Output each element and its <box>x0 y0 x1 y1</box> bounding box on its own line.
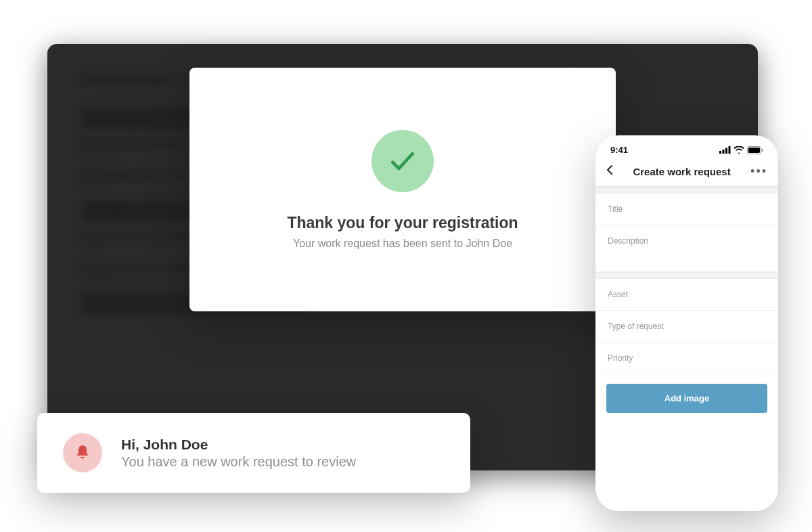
confirmation-subtitle: Your work request has been sent to John … <box>293 238 512 250</box>
priority-field[interactable]: Priority <box>595 342 778 374</box>
phone-status-bar: 9:41 <box>595 135 778 159</box>
confirmation-title: Thank you for your registration <box>287 214 518 232</box>
notification-greeting: Hi, John Doe <box>121 437 356 453</box>
more-options-button[interactable]: ••• <box>750 165 767 177</box>
divider <box>595 272 778 279</box>
phone-mockup: 9:41 Create work request ••• Title Descr… <box>595 135 778 511</box>
bell-icon <box>63 433 102 472</box>
divider <box>595 187 778 194</box>
notification-body: You have a new work request to review <box>121 454 356 470</box>
title-field[interactable]: Title <box>595 194 778 225</box>
svg-rect-0 <box>719 151 721 154</box>
success-check-icon <box>371 130 434 192</box>
battery-icon <box>747 146 763 154</box>
phone-screen-title: Create work request <box>633 166 730 177</box>
svg-rect-3 <box>729 146 731 154</box>
asset-field[interactable]: Asset <box>595 279 778 311</box>
status-icons <box>719 146 763 154</box>
confirmation-dialog: Thank you for your registration Your wor… <box>189 68 616 311</box>
svg-rect-5 <box>748 148 760 153</box>
status-time: 9:41 <box>610 145 628 155</box>
cellular-signal-icon <box>719 146 731 154</box>
notification-text: Hi, John Doe You have a new work request… <box>121 437 356 470</box>
notification-card[interactable]: Hi, John Doe You have a new work request… <box>37 413 470 493</box>
svg-rect-2 <box>725 148 727 154</box>
back-button[interactable] <box>606 164 613 178</box>
add-image-button[interactable]: Add image <box>606 384 767 413</box>
svg-rect-1 <box>723 150 725 154</box>
type-of-request-field[interactable]: Type of request <box>595 311 778 342</box>
wifi-icon <box>734 146 744 154</box>
description-field[interactable]: Description <box>595 225 778 272</box>
svg-rect-6 <box>762 148 763 151</box>
phone-screen-header: Create work request ••• <box>595 159 778 187</box>
create-request-form: Title Description Asset Type of request … <box>595 194 778 413</box>
